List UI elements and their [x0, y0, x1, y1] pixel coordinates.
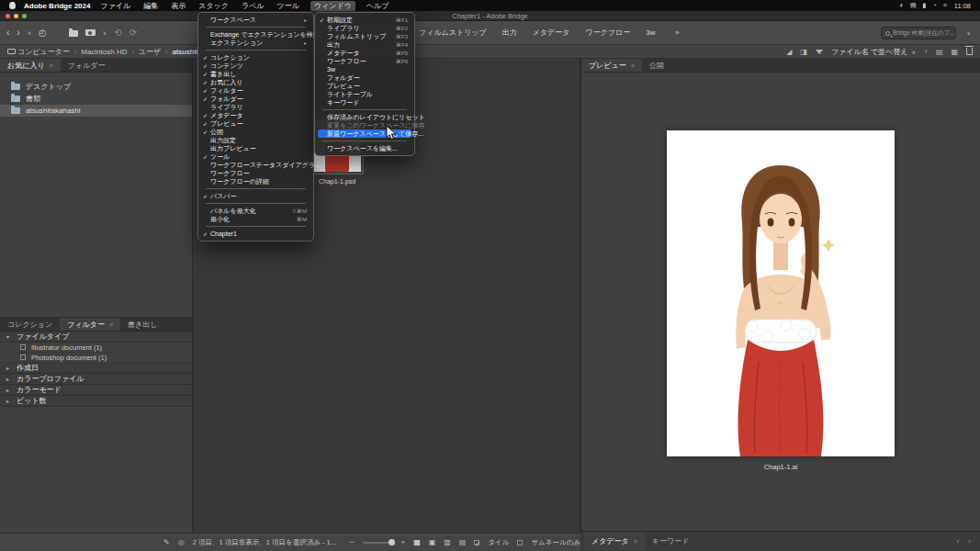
app-menu-title[interactable]: Adobe Bridge 2024: [24, 2, 90, 10]
menubar-item[interactable]: 編集: [141, 1, 160, 11]
workspace-tab[interactable]: ワークフロー: [585, 28, 630, 38]
filter-icon[interactable]: [816, 50, 823, 54]
breadcrumb: コンピューター›Macintosh HD›ユーザ›atsushitakahash…: [17, 47, 227, 57]
filter-group-header[interactable]: ▸ビット数: [0, 396, 192, 407]
grid-lock-view-icon[interactable]: ▣: [429, 538, 436, 546]
trash-icon[interactable]: [966, 48, 973, 55]
filter-group-header[interactable]: ▸カラープロファイル: [0, 374, 192, 385]
panel-menu-icon[interactable]: ≡: [634, 538, 637, 545]
favorites-item[interactable]: atsushitakahashi: [0, 105, 192, 117]
menubar-item[interactable]: ヘルプ: [365, 1, 391, 11]
camera-import-icon[interactable]: [85, 29, 96, 36]
preview-tab[interactable]: プレビュー≡: [581, 59, 642, 72]
menubar-clock[interactable]: 11:08: [954, 2, 971, 10]
filter-tab[interactable]: 書き出し: [120, 318, 164, 331]
menubar-item[interactable]: ウィンドウ: [310, 1, 355, 11]
window-menu-item[interactable]: ワークスペース▸: [201, 16, 310, 24]
recent-items-icon[interactable]: ◴: [39, 28, 47, 38]
window-menu-item[interactable]: 最小化⌘M: [201, 215, 310, 223]
workspace-tab[interactable]: フィルムストリップ: [419, 28, 487, 38]
favorites-tab[interactable]: フォルダー: [61, 59, 113, 72]
menubar-item[interactable]: ラベル: [240, 1, 266, 11]
menubar-item[interactable]: ツール: [276, 1, 301, 11]
search-options-chevron-icon[interactable]: ∨: [967, 29, 971, 36]
status-icon[interactable]: ◐: [900, 2, 904, 9]
chevron-down-icon[interactable]: ∨: [103, 29, 107, 36]
grid-view-icon[interactable]: ▦: [413, 538, 421, 546]
panel-menu-icon[interactable]: ≡: [631, 62, 635, 69]
checkbox-icon[interactable]: [20, 344, 26, 350]
status-icon[interactable]: ▮: [923, 2, 927, 9]
thumbnail-quality-icon[interactable]: ◨: [800, 48, 807, 56]
workspace-menu-item[interactable]: ワークフロー⌘F6: [318, 57, 411, 65]
filter-group-header[interactable]: ▾ファイルタイプ: [0, 332, 192, 343]
scroll-right-icon[interactable]: ›: [968, 537, 971, 545]
menubar-item[interactable]: ファイル: [98, 1, 132, 11]
workspace-tab[interactable]: 出力: [502, 28, 517, 38]
minimize-window-button[interactable]: [14, 14, 18, 18]
favorites-item[interactable]: 書類: [0, 93, 192, 105]
sort-direction-icon[interactable]: ◢: [786, 48, 792, 56]
menubar-item[interactable]: 表示: [169, 1, 187, 11]
panel-menu-icon[interactable]: ≡: [109, 321, 113, 328]
workspace-tab[interactable]: 3w: [646, 28, 655, 37]
slider-knob[interactable]: [389, 539, 395, 545]
thumbnail-size-slider[interactable]: [363, 542, 393, 544]
workspace-menu-item[interactable]: 新規ワークスペースとして保存...: [318, 129, 411, 138]
bottom-tab[interactable]: メタデータ≡: [584, 532, 645, 551]
metadata-keywords-tabs: メタデータ≡キーワード ‹ ›: [580, 531, 980, 551]
breadcrumb-item[interactable]: Macintosh HD: [81, 48, 127, 56]
sort-select[interactable]: ファイル名 で並べ替え ∨: [831, 47, 916, 57]
window-menu-item[interactable]: エクステンション▸: [201, 39, 310, 47]
status-icon[interactable]: ≡: [943, 2, 947, 9]
close-window-button[interactable]: [6, 14, 10, 18]
loupe-icon[interactable]: ◎: [178, 538, 185, 546]
apple-menu-icon[interactable]: [9, 2, 16, 9]
grid-icon[interactable]: ▦: [951, 48, 958, 56]
rotate-left-icon[interactable]: ⟲: [114, 28, 121, 38]
workspace-tab[interactable]: メタデータ: [533, 28, 570, 38]
status-icon[interactable]: ▤: [910, 2, 917, 9]
tile-checkbox[interactable]: ✓: [474, 540, 479, 545]
sort-ascending-icon[interactable]: ↑: [924, 48, 928, 56]
zoom-out-icon[interactable]: −: [350, 538, 355, 546]
window-menu-item[interactable]: ワークフローの詳細: [201, 177, 310, 186]
filter-group-header[interactable]: ▸カラーモード: [0, 385, 192, 396]
rotate-right-icon[interactable]: ⟳: [130, 28, 137, 38]
preview-tab[interactable]: 公開: [642, 59, 671, 72]
checkbox-icon[interactable]: [20, 354, 26, 360]
favorites-tab[interactable]: お気に入り≡: [0, 59, 61, 72]
breadcrumb-item[interactable]: ユーザ: [139, 47, 161, 57]
filter-group-header[interactable]: ▸作成日: [0, 363, 192, 374]
workspace-menu-item[interactable]: キーワード: [318, 98, 411, 107]
window-menu-item[interactable]: ✓Chapter1: [201, 230, 310, 238]
filter-tab[interactable]: フィルター≡: [60, 318, 120, 331]
status-icon[interactable]: ◔: [932, 2, 936, 9]
back-icon[interactable]: ‹: [6, 28, 9, 38]
favorites-item[interactable]: デスクトップ: [0, 81, 192, 93]
menubar-item[interactable]: スタック: [197, 1, 231, 11]
detail-view-icon[interactable]: ▥: [444, 538, 451, 546]
filter-option[interactable]: Photoshop document (1): [0, 353, 192, 363]
folder-icon[interactable]: [69, 30, 78, 37]
new-folder-icon[interactable]: ▤: [936, 48, 943, 56]
pen-icon[interactable]: ✎: [163, 538, 170, 546]
thumbnail-only-checkbox[interactable]: [517, 540, 523, 545]
zoom-window-button[interactable]: [22, 14, 27, 18]
window-titlebar: Chapter1 - Adobe Bridge: [0, 11, 980, 21]
panel-menu-icon[interactable]: ≡: [50, 62, 53, 69]
filter-option[interactable]: Illustrator document (1): [0, 343, 192, 353]
check-icon: ✓: [202, 112, 208, 118]
bottom-tab[interactable]: キーワード: [645, 532, 697, 551]
window-menu-item[interactable]: ✓パスバー: [201, 192, 310, 200]
filter-tab[interactable]: コレクション: [0, 318, 60, 331]
workspace-menu-item[interactable]: ワークスペースを編集...: [318, 144, 411, 152]
chevron-down-icon[interactable]: ∨: [28, 29, 31, 36]
search-input[interactable]: Bridge 検索(現在のフ...: [881, 27, 956, 39]
breadcrumb-item[interactable]: コンピューター: [17, 47, 70, 57]
scroll-left-icon[interactable]: ‹: [957, 537, 960, 545]
workspace-overflow-icon[interactable]: »: [675, 21, 679, 44]
list-view-icon[interactable]: ▤: [459, 538, 467, 546]
zoom-in-icon[interactable]: +: [400, 538, 405, 546]
forward-icon[interactable]: ›: [17, 28, 19, 38]
